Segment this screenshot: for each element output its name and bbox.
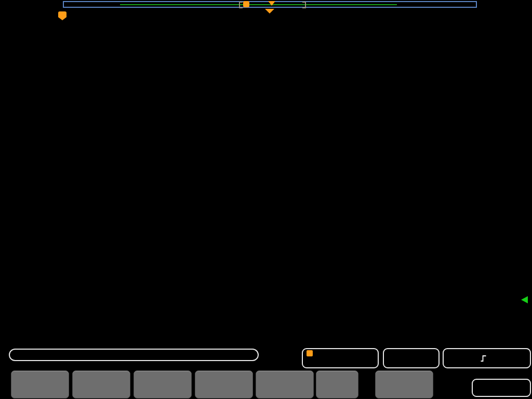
- delay-trigger-t-icon: [307, 350, 313, 356]
- ch2-oval-badge: [74, 351, 87, 359]
- trigger-level-arrow-icon[interactable]: [521, 296, 528, 303]
- overview-bracket-left[interactable]: [239, 2, 243, 8]
- record-overview-bar[interactable]: [63, 1, 477, 8]
- save-waveform-button[interactable]: [72, 370, 130, 398]
- rising-edge-icon: [480, 354, 487, 362]
- recall-waveform-button[interactable]: [195, 370, 253, 398]
- overview-bracket-right[interactable]: [302, 2, 306, 8]
- save-setup-button[interactable]: [134, 370, 192, 398]
- timebase-readout[interactable]: [302, 348, 379, 368]
- ch1-oval-badge: [14, 351, 28, 359]
- file-utilities-button[interactable]: [375, 370, 433, 398]
- trigger-flag-t-icon: [58, 11, 66, 17]
- ch4-oval-badge: [194, 351, 207, 359]
- ch4-scale-group[interactable]: [194, 351, 212, 359]
- trigger-delay-readout: [307, 350, 374, 356]
- ch2-scale-group[interactable]: [74, 351, 92, 359]
- channel-scale-readout[interactable]: [9, 349, 259, 361]
- trigger-position-flag[interactable]: [58, 11, 66, 20]
- trigger-readout[interactable]: [443, 348, 531, 368]
- acquisition-readout[interactable]: [383, 348, 440, 368]
- ch3-scale-group[interactable]: [134, 351, 152, 359]
- trigger-source-badge: [459, 354, 473, 363]
- expansion-point-marker-icon[interactable]: [265, 9, 274, 14]
- recall-setup-button[interactable]: [256, 370, 314, 398]
- save-screen-image-button[interactable]: [11, 370, 69, 398]
- ch1-scale-group[interactable]: [14, 351, 32, 359]
- overview-trigger-icon: [243, 1, 249, 7]
- oscilloscope-screen: { "header": { "brand": "Tek", "acq_statu…: [0, 0, 532, 399]
- graticule-and-waveforms: [0, 0, 532, 399]
- trigger-flag-point-icon: [58, 17, 66, 20]
- datetime-readout: [472, 379, 531, 397]
- channel-badge-4[interactable]: [1, 0, 12, 10]
- ch3-oval-badge: [134, 351, 148, 359]
- overview-expansion-marker-icon: [268, 1, 275, 6]
- overview-waveform-preview: [120, 4, 397, 5]
- assign-save-button[interactable]: [316, 370, 358, 398]
